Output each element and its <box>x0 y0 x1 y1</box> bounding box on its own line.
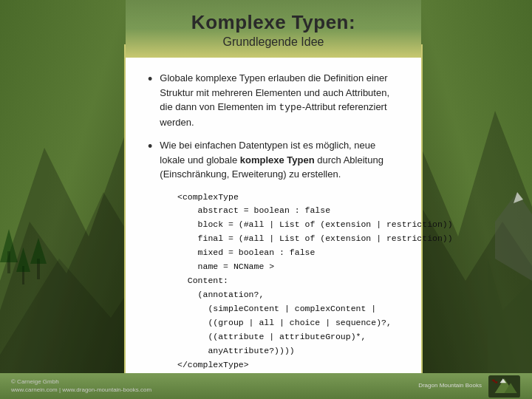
bullet-item-1: • Globale komplexe Typen erlauben die De… <box>148 71 399 129</box>
slide-header: Komplexe Typen: Grundlegende Idee <box>126 0 421 58</box>
code-line-10: ((group | all | choice | sequence)?, <box>177 316 399 330</box>
code-line-11: ((attribute | attributeGroup)*, <box>177 330 399 344</box>
bullet-item-2: • Wie bei einfachen Datentypen ist es mö… <box>148 138 399 182</box>
code-line-2: abstract = boolean : false <box>177 204 399 218</box>
code-line-1: <complexType <box>177 191 399 205</box>
right-decoration <box>421 0 532 399</box>
left-separator <box>124 44 126 373</box>
code-line-4: final = (#all | List of (extension | res… <box>177 232 399 246</box>
slide-title: Komplexe Typen: <box>148 11 399 34</box>
footer-left: © Carneige Gmbh www.carnein.com | www.dr… <box>11 378 151 394</box>
code-line-9: (simpleContent | complexContent | <box>177 302 399 316</box>
code-line-5: mixed = boolean : false <box>177 246 399 260</box>
bullet-text-2: Wie bei einfachen Datentypen ist es mögl… <box>160 138 399 182</box>
brand-name: Dragon Mountain Books <box>418 382 482 389</box>
footer-bar: © Carneige Gmbh www.carnein.com | www.dr… <box>0 373 532 399</box>
main-content-area: Komplexe Typen: Grundlegende Idee • Glob… <box>126 0 421 399</box>
code-line-7: Content: <box>177 274 399 288</box>
footer-right: Dragon Mountain Books <box>418 375 521 398</box>
footer-url: www.carnein.com | www.dragon-mountain-bo… <box>11 386 151 393</box>
slide-body: • Globale komplexe Typen erlauben die De… <box>126 58 421 383</box>
brand-logo <box>488 375 521 398</box>
inline-code-type: type <box>279 102 301 113</box>
bullet-dot-1: • <box>148 72 152 87</box>
right-separator <box>421 44 423 373</box>
slide: Komplexe Typen: Grundlegende Idee • Glob… <box>0 0 532 399</box>
code-block: <complexType abstract = boolean : false … <box>177 191 399 373</box>
code-line-6: name = NCName > <box>177 260 399 274</box>
bullet-text-1: Globale komplexe Typen erlauben die Defi… <box>160 71 399 129</box>
bullet-dot-2: • <box>148 139 152 154</box>
code-line-12: anyAttribute?)))) <box>177 344 399 358</box>
left-decoration <box>0 0 126 399</box>
slide-subtitle: Grundlegende Idee <box>148 35 399 49</box>
footer-brand-text: Dragon Mountain Books <box>418 382 482 389</box>
code-line-13: </complexType> <box>177 358 399 372</box>
footer-copyright: © Carneige Gmbh <box>11 378 59 385</box>
code-line-8: (annotation?, <box>177 288 399 302</box>
code-line-3: block = (#all | List of (extension | res… <box>177 218 399 232</box>
